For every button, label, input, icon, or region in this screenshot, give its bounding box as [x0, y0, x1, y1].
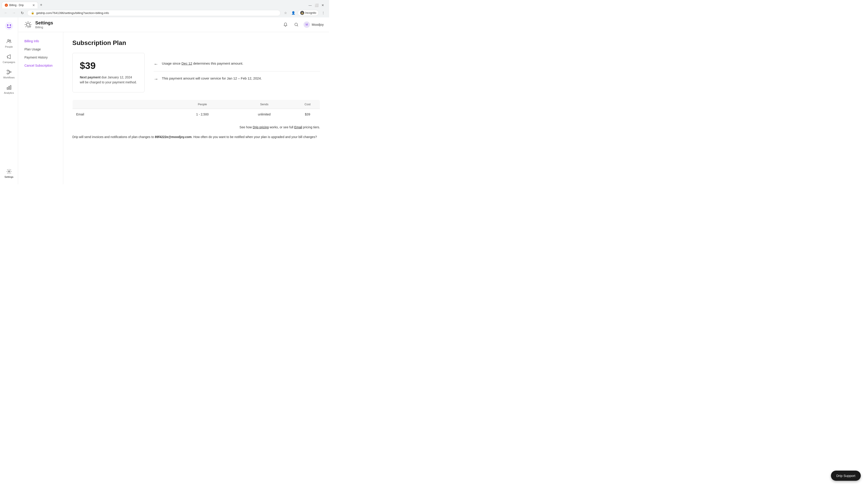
price-amount: $39: [80, 60, 137, 71]
settings-menu-plan-usage[interactable]: Plan Usage: [22, 46, 59, 53]
plan-table: People Sends Cost Email 1 - 2,500 unlimi…: [72, 100, 320, 120]
top-header: Settings Billing M: [18, 18, 329, 32]
invoice-email: 89f4222e@moodjoy.com: [155, 135, 192, 139]
workflows-icon: [6, 69, 12, 75]
menu-button[interactable]: ⋮: [320, 10, 327, 16]
close-button[interactable]: ✕: [320, 2, 326, 8]
header-title-group: Settings Billing: [35, 20, 53, 29]
user-name: Moodjoy: [312, 23, 324, 26]
arrow-left-icon: ←: [154, 61, 158, 67]
arrow-item-left: ← Usage since Dec 12 determines this pay…: [154, 57, 320, 71]
billing-info-arrows: ← Usage since Dec 12 determines this pay…: [154, 53, 320, 86]
header-title: Settings: [35, 20, 53, 26]
svg-point-6: [9, 40, 11, 41]
new-tab-button[interactable]: +: [38, 2, 44, 8]
campaigns-icon: [6, 54, 12, 60]
browser-actions: ☆ 👤 🕵 Incognito ⋮: [282, 10, 327, 16]
sidebar-item-workflows[interactable]: Workflows: [1, 67, 17, 80]
header-subtitle: Billing: [35, 26, 53, 29]
settings-menu-payment-history[interactable]: Payment History: [22, 54, 59, 61]
svg-rect-10: [7, 88, 8, 90]
main-content: Settings Billing M: [18, 18, 329, 184]
search-button[interactable]: [293, 21, 300, 28]
people-icon: [6, 38, 12, 44]
incognito-icon: 🕵: [300, 11, 304, 15]
tab-row: d Billing · Drip ✕ + — ⬜ ✕: [0, 0, 329, 8]
drip-pricing-link[interactable]: Drip pricing: [253, 125, 269, 129]
svg-point-5: [7, 39, 9, 41]
settings-menu-billing-info[interactable]: Billing Info: [22, 37, 59, 45]
svg-point-2: [5, 22, 13, 30]
settings-menu-cancel-subscription[interactable]: Cancel Subscription: [22, 62, 59, 69]
svg-rect-7: [7, 70, 8, 71]
email-pricing-link[interactable]: Email: [294, 125, 302, 129]
settings-sidebar: Billing Info Plan Usage Payment History …: [18, 32, 63, 184]
maximize-button[interactable]: ⬜: [314, 2, 319, 8]
tab-title: Billing · Drip: [9, 4, 24, 7]
pricing-middle: works, or see full: [269, 125, 294, 129]
sidebar-item-analytics[interactable]: Analytics: [1, 83, 17, 96]
incognito-label: Incognito: [305, 11, 316, 14]
active-tab[interactable]: d Billing · Drip ✕: [2, 2, 38, 8]
dec12-link[interactable]: Dec 12: [182, 61, 192, 65]
svg-point-3: [7, 24, 8, 26]
bookmark-button[interactable]: ☆: [282, 10, 289, 16]
pricing-suffix: pricing tiers.: [302, 125, 320, 129]
analytics-icon: [6, 84, 12, 91]
analytics-label: Analytics: [4, 92, 14, 94]
url-text: getdrip.com/7641396/settings/billing?sec…: [36, 11, 109, 15]
incognito-badge[interactable]: 🕵 Incognito: [298, 10, 319, 16]
invoice-text: Drip will send invoices and notification…: [72, 134, 320, 140]
forward-button[interactable]: →: [11, 10, 17, 16]
user-menu[interactable]: M Moodjoy: [304, 22, 324, 28]
pricing-prefix: See how: [240, 125, 253, 129]
pricing-text: See how Drip pricing works, or see full …: [72, 125, 320, 129]
table-cell-sends: unlimited: [233, 109, 295, 120]
arrow-right-icon: →: [154, 76, 158, 82]
col-header-cost: Cost: [295, 100, 320, 109]
arrow-item-right: → This payment amount will cover service…: [154, 71, 320, 86]
svg-rect-12: [10, 86, 11, 90]
arrow-left-text: Usage since Dec 12 determines this payme…: [162, 61, 243, 66]
usage-since-suffix: determines this payment amount.: [192, 61, 243, 65]
svg-point-4: [10, 24, 11, 26]
page-title: Subscription Plan: [72, 39, 320, 46]
url-bar[interactable]: 🔒 getdrip.com/7641396/settings/billing?s…: [27, 10, 281, 16]
app-logo[interactable]: [4, 21, 14, 31]
tab-close-btn[interactable]: ✕: [32, 3, 35, 7]
table-cell-cost: $39: [295, 109, 320, 120]
browser-chrome: d Billing · Drip ✕ + — ⬜ ✕ ← → ↻ 🔒 getdr…: [0, 0, 329, 18]
sidebar-item-campaigns[interactable]: Campaigns: [1, 52, 17, 65]
app-container: People Campaigns: [0, 18, 329, 184]
notification-button[interactable]: [282, 21, 289, 28]
workflows-label: Workflows: [3, 76, 15, 79]
svg-rect-8: [9, 71, 11, 72]
settings-header-icon: [24, 20, 33, 29]
next-payment-label: Next payment: [80, 75, 101, 79]
table-cell-type: Email: [72, 109, 172, 120]
minimize-button[interactable]: —: [307, 2, 313, 8]
page-content: Subscription Plan $39 Next payment due J…: [63, 32, 329, 184]
arrow-right-text: This payment amount will cover service f…: [162, 76, 262, 81]
tab-favicon: d: [5, 4, 8, 7]
people-label: People: [5, 45, 13, 48]
back-button[interactable]: ←: [3, 10, 9, 16]
table-header-row: People Sends Cost: [72, 100, 320, 109]
sidebar-item-people[interactable]: People: [1, 36, 17, 50]
settings-icon: [6, 168, 12, 175]
usage-since-text: Usage since: [162, 61, 182, 65]
reload-button[interactable]: ↻: [19, 10, 25, 16]
lock-icon: 🔒: [31, 11, 34, 14]
table-cell-people: 1 - 2,500: [172, 109, 234, 120]
settings-label: Settings: [4, 175, 13, 178]
col-header-sends: Sends: [233, 100, 295, 109]
svg-rect-11: [8, 86, 9, 90]
billing-card-area: $39 Next payment due January 12, 2024 wi…: [72, 53, 320, 92]
user-avatar: M: [304, 22, 310, 28]
header-actions: M Moodjoy: [282, 21, 324, 28]
svg-rect-9: [7, 73, 8, 74]
invoice-suffix: . How often do you want to be notified w…: [192, 135, 317, 139]
sidebar-item-settings[interactable]: Settings: [1, 166, 17, 180]
profile-button[interactable]: 👤: [290, 10, 296, 16]
payment-info: Next payment due January 12, 2024 will b…: [80, 75, 137, 85]
